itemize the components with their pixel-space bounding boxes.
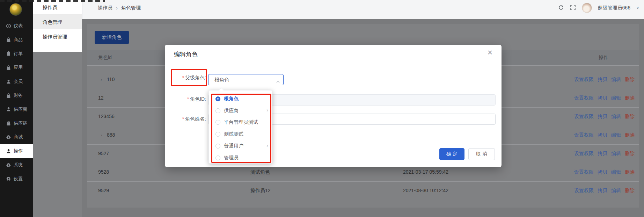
action-link-编辑[interactable]: 编辑 xyxy=(611,151,621,157)
action-link-删除[interactable]: 删除 xyxy=(625,169,635,175)
submenu-item-角色管理[interactable]: 角色管理 xyxy=(33,15,82,29)
sidebar-item-系统[interactable]: 系统 xyxy=(0,158,33,172)
cancel-button[interactable]: 取 消 xyxy=(468,148,495,160)
sidebar-item-会员[interactable]: 会员 xyxy=(0,74,33,88)
close-icon[interactable]: ✕ xyxy=(485,48,495,58)
action-link-编辑[interactable]: 编辑 xyxy=(611,77,621,83)
dropdown-option-测试测试[interactable]: 测试测试 xyxy=(209,128,273,140)
sidebar-item-供应链[interactable]: 供应链 xyxy=(0,116,33,130)
app-logo[interactable] xyxy=(9,3,22,16)
gear-icon xyxy=(6,135,11,140)
breadcrumb-item[interactable]: 操作员 xyxy=(98,5,112,11)
cell-role-id: 9529 xyxy=(98,188,109,193)
radio-icon xyxy=(215,132,220,137)
bag-icon xyxy=(6,37,11,42)
action-link-设置权限[interactable]: 设置权限 xyxy=(574,95,594,101)
action-link-编辑[interactable]: 编辑 xyxy=(611,95,621,101)
action-link-删除[interactable]: 删除 xyxy=(625,95,635,101)
action-link-删除[interactable]: 删除 xyxy=(625,188,635,194)
gear-icon xyxy=(6,176,11,181)
action-link-拷贝[interactable]: 拷贝 xyxy=(598,169,607,175)
action-link-删除[interactable]: 删除 xyxy=(625,132,635,138)
clipboard-icon xyxy=(6,51,11,56)
fullscreen-icon[interactable] xyxy=(570,5,576,12)
action-link-拷贝[interactable]: 拷贝 xyxy=(598,114,607,120)
module-title: 操作员 xyxy=(33,0,82,15)
sidebar-item-商城[interactable]: 商城 xyxy=(0,130,33,144)
sidebar-item-设置[interactable]: 设置 xyxy=(0,172,33,186)
sidebar-item-label: 系统 xyxy=(14,162,23,168)
action-link-删除[interactable]: 删除 xyxy=(625,114,635,120)
action-link-设置权限[interactable]: 设置权限 xyxy=(574,188,594,194)
sidebar-item-label: 应用 xyxy=(14,64,23,71)
breadcrumb-item-current: 角色管理 xyxy=(121,5,141,11)
sidebar-item-财务[interactable]: 财务 xyxy=(0,88,33,102)
submenu-item-操作员管理[interactable]: 操作员管理 xyxy=(33,29,82,44)
top-header: 操作员 › 角色管理 超级管理员666 ∨ xyxy=(82,0,644,19)
parent-role-label: *父级角色: xyxy=(165,75,206,81)
confirm-button[interactable]: 确 定 xyxy=(439,148,464,160)
action-link-设置权限[interactable]: 设置权限 xyxy=(574,77,594,83)
sidebar-item-label: 会员 xyxy=(14,78,23,85)
role-name-label: *角色姓名: xyxy=(165,116,206,122)
dimmed-sidebar-area xyxy=(33,52,82,217)
option-label: 管理员 xyxy=(224,155,239,161)
action-link-设置权限[interactable]: 设置权限 xyxy=(574,169,594,175)
avatar[interactable] xyxy=(582,3,592,13)
sidebar-item-仪表[interactable]: 仪表 xyxy=(0,19,33,33)
dropdown-option-管理员[interactable]: 管理员 xyxy=(209,152,273,164)
action-link-删除[interactable]: 删除 xyxy=(625,151,635,157)
action-link-设置权限[interactable]: 设置权限 xyxy=(574,114,594,120)
parent-role-select[interactable]: 根角色 xyxy=(208,74,284,85)
action-link-编辑[interactable]: 编辑 xyxy=(611,188,621,194)
sidebar-item-供应商[interactable]: 供应商 xyxy=(0,102,33,116)
action-link-拷贝[interactable]: 拷贝 xyxy=(598,95,607,101)
cell-role-id: 123456 xyxy=(98,114,115,119)
chevron-down-icon: ∨ xyxy=(636,6,639,10)
dropdown-option-普通用户[interactable]: 普通用户› xyxy=(209,140,273,152)
option-label: 普通用户 xyxy=(224,143,243,149)
action-link-拷贝[interactable]: 拷贝 xyxy=(598,77,607,83)
cell-role-name: 测试角色 xyxy=(250,169,270,175)
cropped-text-sliver xyxy=(0,0,105,2)
sidebar-item-label: 商品 xyxy=(14,37,23,43)
row-actions: 设置权限拷贝编辑删除 xyxy=(574,188,635,194)
cell-role-name: 操作员12 xyxy=(250,188,271,194)
person-icon xyxy=(6,79,11,84)
sidebar-item-商品[interactable]: 商品 xyxy=(0,33,33,47)
sidebar-item-应用[interactable]: 应用 xyxy=(0,60,33,74)
expand-row-icon[interactable]: › xyxy=(101,132,102,138)
sidebar-item-label: 商城 xyxy=(14,134,23,140)
action-link-拷贝[interactable]: 拷贝 xyxy=(598,188,607,194)
dropdown-option-平台管理员测试[interactable]: 平台管理员测试 xyxy=(209,116,273,128)
bag-icon xyxy=(6,65,11,70)
refresh-icon[interactable] xyxy=(558,5,564,12)
action-link-设置权限[interactable]: 设置权限 xyxy=(574,132,594,138)
breadcrumb: 操作员 › 角色管理 xyxy=(98,0,141,16)
sidebar-item-label: 订单 xyxy=(14,51,23,57)
expand-row-icon[interactable]: › xyxy=(101,77,102,82)
user-menu[interactable]: 超级管理员666 xyxy=(598,5,630,11)
role-id-label: *角色ID: xyxy=(165,96,206,102)
dropdown-option-供应商[interactable]: 供应商› xyxy=(209,105,273,117)
parent-role-dropdown: 根角色供应商›平台管理员测试测试测试普通用户›管理员 xyxy=(208,90,272,164)
chevron-up-icon xyxy=(276,79,279,82)
primary-sidebar: 仪表商品订单应用会员财务供应商供应链商城操作系统设置 xyxy=(0,0,33,217)
action-link-拷贝[interactable]: 拷贝 xyxy=(598,132,607,138)
person-icon xyxy=(6,107,11,112)
add-role-button[interactable]: 新增角色 xyxy=(95,31,129,44)
sidebar-item-操作[interactable]: 操作 xyxy=(0,144,33,158)
action-link-编辑[interactable]: 编辑 xyxy=(611,114,621,120)
option-label: 根角色 xyxy=(224,96,239,102)
action-link-拷贝[interactable]: 拷贝 xyxy=(598,151,607,157)
cell-role-id: 110 xyxy=(107,77,115,82)
sidebar-item-label: 供应商 xyxy=(14,106,27,113)
action-link-删除[interactable]: 删除 xyxy=(625,77,635,83)
action-link-设置权限[interactable]: 设置权限 xyxy=(574,151,594,157)
sidebar-item-订单[interactable]: 订单 xyxy=(0,47,33,61)
sidebar-item-label: 供应链 xyxy=(14,120,27,126)
action-link-编辑[interactable]: 编辑 xyxy=(611,169,621,175)
dropdown-option-根角色[interactable]: 根角色 xyxy=(209,93,273,105)
cell-role-id: 9528 xyxy=(98,169,109,175)
action-link-编辑[interactable]: 编辑 xyxy=(611,132,621,138)
